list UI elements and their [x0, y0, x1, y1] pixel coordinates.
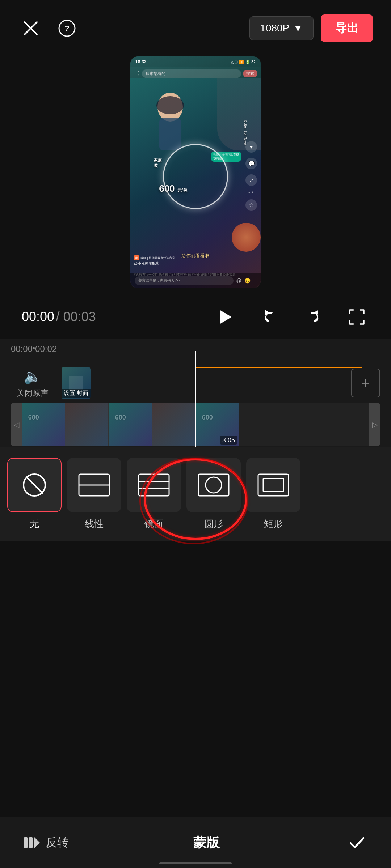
- mask-linear-label: 线性: [85, 518, 104, 530]
- current-time: 00:00: [22, 309, 54, 324]
- fullscreen-button[interactable]: [344, 304, 369, 329]
- close-icon: [22, 19, 40, 37]
- mask-mirror-box: [127, 458, 181, 512]
- export-button[interactable]: 导出: [321, 14, 373, 42]
- mask-mirror-label: 镜面: [144, 518, 163, 530]
- mask-item-circle[interactable]: 圆形: [186, 458, 241, 530]
- at-icon[interactable]: @: [236, 278, 241, 284]
- svg-rect-5: [159, 118, 181, 150]
- ruler-dot: •: [33, 344, 35, 354]
- strip-handle-left[interactable]: ◁: [11, 403, 22, 446]
- undo-icon: [260, 307, 280, 327]
- resolution-button[interactable]: 1080P ▼: [249, 16, 314, 40]
- cover-thumbnail[interactable]: 设置 封面: [62, 367, 91, 399]
- ruler-time-2: 00:02: [35, 344, 57, 354]
- time-separator: /: [56, 309, 63, 324]
- emoji-icon[interactable]: 😊: [244, 278, 251, 284]
- phone-frame: 18:32 △ ⊡ 📶 🔋 32 〈 搜索想看的 搜索 购物 | 提供同款查找: [130, 56, 261, 288]
- svg-rect-14: [139, 474, 169, 496]
- mask-rect-label: 矩形: [264, 518, 283, 530]
- svg-rect-20: [263, 478, 283, 492]
- mask-linear-icon: [76, 471, 112, 499]
- playback-controls: [210, 302, 369, 331]
- like-icon-item[interactable]: ♥: [245, 141, 257, 153]
- timeline-playhead: [195, 351, 196, 447]
- time-display: 00:00 / 00:03: [22, 309, 96, 324]
- strip-frame-1: 600: [22, 403, 65, 446]
- phone-back-icon[interactable]: 〈: [134, 70, 140, 77]
- status-bar: 18:32 △ ⊡ 📶 🔋 32: [130, 56, 261, 67]
- strip-frame-5: 600 3:05: [196, 403, 239, 446]
- reverse-icon: [22, 834, 40, 852]
- confirm-icon: [347, 833, 367, 853]
- strip-frame-4: [152, 403, 196, 446]
- phone-main-content: 购物 | 提供同款查找该商品 家庭装: [130, 78, 261, 288]
- audio-track: 🔈 关闭原声: [11, 368, 54, 399]
- plus-icon[interactable]: +: [253, 278, 256, 284]
- resolution-label: 1080P: [260, 22, 289, 34]
- mask-panel: 无 线性 镜面 圆形: [0, 447, 391, 541]
- comment-icon-item[interactable]: 💬: [245, 158, 257, 169]
- mask-circle-label: 圆形: [204, 518, 223, 530]
- fullscreen-icon: [347, 307, 367, 327]
- bottom-toolbar: 反转 蒙版: [0, 817, 391, 868]
- svg-marker-7: [220, 310, 232, 324]
- timeline-area: 00:00 • 00:02 🔈 关闭原声 设置 封面 + ◁ 600: [0, 339, 391, 447]
- svg-point-6: [156, 96, 184, 114]
- mask-rect-box: [246, 458, 300, 512]
- add-clip-button[interactable]: +: [351, 369, 380, 397]
- phone-comment-bar: 美言结善缘，忠言伤人心~ @ 😊 +: [130, 273, 261, 288]
- strip-handle-right[interactable]: ▷: [369, 403, 380, 446]
- svg-rect-24: [29, 837, 33, 848]
- search-button[interactable]: 搜索: [243, 70, 257, 77]
- close-button[interactable]: [18, 16, 43, 41]
- redo-icon: [303, 307, 323, 327]
- share-icon-item[interactable]: ↗: [245, 174, 257, 186]
- reverse-label: 反转: [46, 835, 69, 851]
- mask-item-none[interactable]: 无: [7, 458, 62, 530]
- top-bar: ? 1080P ▼ 导出: [0, 0, 391, 49]
- confirm-button[interactable]: [344, 830, 369, 855]
- redo-button[interactable]: [300, 304, 326, 329]
- status-time: 18:32: [135, 59, 147, 64]
- mask-none-box: [7, 458, 62, 512]
- mask-mirror-icon: [136, 471, 172, 499]
- svg-rect-23: [24, 837, 28, 848]
- top-bar-right: 1080P ▼ 导出: [249, 14, 373, 42]
- svg-marker-25: [34, 837, 40, 848]
- strip-duration: 3:05: [220, 436, 237, 445]
- reverse-button[interactable]: 反转: [22, 834, 69, 852]
- mask-linear-box: [67, 458, 121, 512]
- search-placeholder: 搜索想看的: [146, 71, 165, 76]
- resolution-arrow: ▼: [293, 22, 303, 34]
- flowers-decoration: [232, 223, 261, 252]
- mask-none-icon: [20, 471, 49, 499]
- username-text: 购 购物 | 提供同款查找该商品 @小棉袭旗舰店: [134, 255, 175, 266]
- star-icon-item[interactable]: ☆: [245, 199, 257, 211]
- undo-button[interactable]: [257, 304, 282, 329]
- phone-content: 18:32 △ ⊡ 📶 🔋 32 〈 搜索想看的 搜索 购物 | 提供同款查找: [130, 56, 261, 288]
- mask-item-rect[interactable]: 矩形: [246, 458, 300, 530]
- price-display: 600 元/包: [159, 183, 187, 194]
- preview-area: 18:32 △ ⊡ 📶 🔋 32 〈 搜索想看的 搜索 购物 | 提供同款查找: [0, 49, 391, 295]
- controls-bar: 00:00 / 00:03: [0, 295, 391, 339]
- mask-item-mirror[interactable]: 镜面: [127, 458, 181, 530]
- like-count: 81⬆: [248, 191, 254, 194]
- mask-rect-icon: [255, 471, 291, 499]
- audio-label: 关闭原声: [17, 388, 49, 399]
- ruler-time-0: 00:00: [11, 344, 33, 354]
- cover-label: 设置 封面: [62, 389, 91, 398]
- side-icons: ♥ 💬 ↗ 81⬆ ☆: [245, 141, 257, 211]
- strip-frame-3: 600: [109, 403, 152, 446]
- help-icon: ?: [58, 19, 76, 37]
- bottom-promo-text: 给你们看看啊: [181, 252, 210, 259]
- audio-icon[interactable]: 🔈: [24, 368, 42, 385]
- mask-item-linear[interactable]: 线性: [67, 458, 121, 530]
- strip-frame-2: [65, 403, 109, 446]
- help-button[interactable]: ?: [54, 16, 80, 41]
- svg-point-18: [206, 477, 222, 493]
- play-icon: [215, 307, 235, 327]
- play-button[interactable]: [210, 302, 239, 331]
- mask-none-label: 无: [30, 518, 39, 530]
- status-icons: △ ⊡ 📶 🔋 32: [231, 60, 256, 64]
